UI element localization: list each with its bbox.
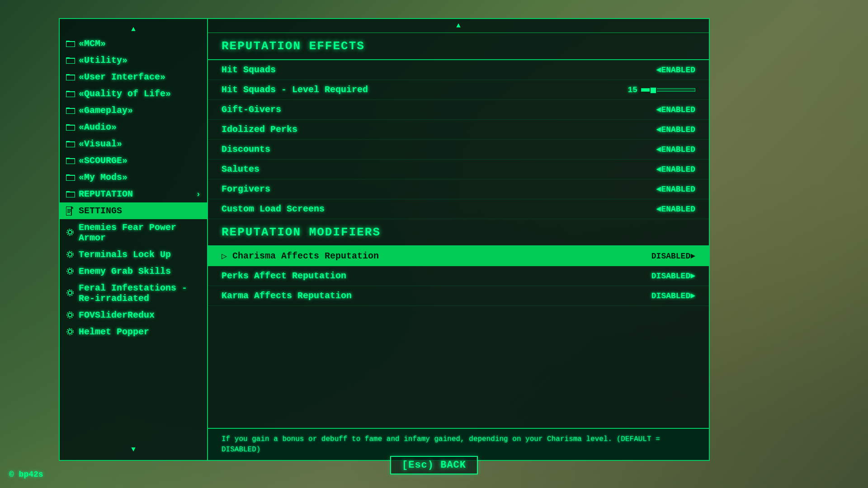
setting-value-salutes[interactable]: ◄ENABLED	[623, 165, 695, 174]
sidebar-item-enemy-grab-skills[interactable]: Enemy Grab Skills	[60, 263, 207, 280]
setting-value-perks-affect[interactable]: DISABLED►	[623, 272, 695, 281]
back-button[interactable]: [Esc) BACK	[390, 456, 478, 474]
setting-value-idolized-perks[interactable]: ◄ENABLED	[623, 125, 695, 134]
section-header-reputation-modifiers: REPUTATION MODIFIERS	[208, 219, 709, 246]
sidebar-item-label-enemy-grab-skills: Enemy Grab Skills	[79, 266, 171, 277]
sidebar-item-visual[interactable]: «Visual»	[60, 136, 207, 152]
gear-icon	[66, 228, 75, 237]
panel-content: REPUTATION EFFECTSHit Squads◄ENABLEDHit …	[208, 33, 709, 428]
sidebar-arrow-reputation: ›	[196, 190, 201, 199]
sidebar-item-label-settings: SETTINGS	[79, 206, 122, 216]
sidebar-item-label-user-interface: «User Interface»	[79, 72, 165, 82]
folder-icon	[66, 89, 75, 99]
sidebar-item-enemies-fear[interactable]: Enemies Fear Power Armor	[60, 219, 207, 246]
sidebar-item-my-mods[interactable]: «My Mods»	[60, 169, 207, 186]
sidebar-item-label-helmet-popper: Helmet Popper	[79, 327, 149, 337]
setting-value-karma-affects[interactable]: DISABLED►	[623, 291, 695, 300]
setting-label-forgivers: Forgivers	[222, 184, 623, 194]
sidebar-item-gameplay[interactable]: «Gameplay»	[60, 102, 207, 119]
setting-row-hit-squads[interactable]: Hit Squads◄ENABLED	[208, 60, 709, 80]
setting-row-idolized-perks[interactable]: Idolized Perks◄ENABLED	[208, 120, 709, 140]
sidebar-item-helmet-popper[interactable]: Helmet Popper	[60, 324, 207, 340]
sidebar-item-label-fov-slider-redux: FOVSliderRedux	[79, 310, 155, 320]
sidebar-item-settings[interactable]: SETTINGS	[60, 202, 207, 219]
sidebar-item-label-scourge: «SCOURGE»	[79, 155, 127, 166]
svg-point-20	[68, 291, 72, 295]
svg-point-22	[68, 313, 72, 317]
sidebar-item-label-visual: «Visual»	[79, 139, 122, 149]
slider-thumb-hit-squads-level	[650, 87, 657, 94]
cursor-arrow-charisma-affects: ▷	[222, 250, 227, 262]
setting-row-custom-load-screens[interactable]: Custom Load Screens◄ENABLED	[208, 199, 709, 219]
sidebar-item-label-my-mods: «My Mods»	[79, 172, 127, 183]
sidebar-item-audio[interactable]: «Audio»	[60, 119, 207, 136]
folder-icon	[66, 173, 75, 182]
back-button-wrap: [Esc) BACK	[390, 456, 478, 474]
folder-icon	[66, 39, 75, 48]
svg-point-18	[68, 269, 72, 273]
sidebar-item-mcm[interactable]: «MCM»	[60, 35, 207, 52]
svg-rect-6	[66, 142, 75, 147]
folder-icon	[66, 190, 75, 199]
setting-value-custom-load-screens[interactable]: ◄ENABLED	[623, 205, 695, 214]
gear-icon	[66, 250, 75, 259]
setting-label-discounts: Discounts	[222, 144, 623, 155]
gear-icon	[66, 311, 75, 320]
folder-icon	[66, 56, 75, 65]
svg-point-16	[68, 253, 72, 256]
setting-value-charisma-affects[interactable]: DISABLED►	[623, 252, 695, 261]
svg-point-14	[68, 230, 72, 234]
setting-value-discounts[interactable]: ◄ENABLED	[623, 145, 695, 154]
page-icon	[66, 206, 75, 216]
sidebar-item-terminals-lock-up[interactable]: Terminals Lock Up	[60, 246, 207, 263]
slider-track-hit-squads-level[interactable]	[641, 88, 695, 92]
sidebar-item-utility[interactable]: «Utility»	[60, 52, 207, 69]
setting-row-perks-affect[interactable]: Perks Affect ReputationDISABLED►	[208, 266, 709, 286]
sidebar-item-scourge[interactable]: «SCOURGE»	[60, 152, 207, 169]
svg-rect-9	[66, 192, 75, 197]
setting-row-salutes[interactable]: Salutes◄ENABLED	[208, 160, 709, 179]
sidebar-item-fov-slider-redux[interactable]: FOVSliderRedux	[60, 307, 207, 324]
svg-rect-5	[66, 125, 75, 131]
sidebar-item-reputation[interactable]: REPUTATION›	[60, 186, 207, 202]
sidebar-item-label-gameplay: «Gameplay»	[79, 105, 133, 116]
sidebar-item-label-reputation: REPUTATION	[79, 189, 133, 199]
sidebar-item-label-terminals-lock-up: Terminals Lock Up	[79, 249, 171, 260]
setting-row-discounts[interactable]: Discounts◄ENABLED	[208, 140, 709, 160]
sidebar: ▲ «MCM»«Utility»«User Interface»«Quality…	[59, 18, 208, 461]
setting-label-hit-squads: Hit Squads	[222, 65, 623, 75]
slider-num-hit-squads-level: 15	[627, 85, 637, 94]
sections-container: REPUTATION EFFECTSHit Squads◄ENABLEDHit …	[208, 33, 709, 306]
sidebar-item-user-interface[interactable]: «User Interface»	[60, 69, 207, 85]
setting-row-charisma-affects[interactable]: ▷Charisma Affects ReputationDISABLED►	[208, 246, 709, 266]
folder-icon	[66, 156, 75, 165]
sidebar-item-quality-of-life[interactable]: «Quality of Life»	[60, 85, 207, 102]
sidebar-scroll-down[interactable]: ▼	[60, 444, 207, 455]
folder-icon	[66, 123, 75, 132]
setting-row-forgivers[interactable]: Forgivers◄ENABLED	[208, 179, 709, 199]
sidebar-items-container: «MCM»«Utility»«User Interface»«Quality o…	[60, 35, 207, 340]
svg-rect-0	[66, 42, 75, 47]
svg-rect-1	[66, 58, 75, 64]
setting-row-gift-givers[interactable]: Gift-Givers◄ENABLED	[208, 100, 709, 120]
panel-scroll-up[interactable]: ▲	[208, 19, 709, 33]
setting-row-karma-affects[interactable]: Karma Affects ReputationDISABLED►	[208, 286, 709, 306]
setting-label-gift-givers: Gift-Givers	[222, 104, 623, 115]
sidebar-scroll-up[interactable]: ▲	[60, 23, 207, 35]
setting-label-charisma-affects: Charisma Affects Reputation	[232, 251, 623, 261]
sidebar-item-feral-infestations[interactable]: Feral Infestations - Re-irradiated	[60, 280, 207, 307]
setting-value-gift-givers[interactable]: ◄ENABLED	[623, 105, 695, 114]
slider-hit-squads-level[interactable]: 15	[605, 85, 695, 94]
sidebar-item-label-mcm: «MCM»	[79, 38, 106, 49]
folder-icon	[66, 106, 75, 115]
setting-label-hit-squads-level: Hit Squads - Level Required	[222, 84, 605, 95]
setting-value-hit-squads[interactable]: ◄ENABLED	[623, 66, 695, 75]
slider-fill-hit-squads-level	[642, 89, 650, 91]
setting-value-forgivers[interactable]: ◄ENABLED	[623, 185, 695, 194]
ui-container: ▲ «MCM»«Utility»«User Interface»«Quality…	[59, 18, 710, 461]
gear-icon	[66, 289, 75, 298]
sidebar-item-label-feral-infestations: Feral Infestations - Re-irradiated	[79, 283, 201, 304]
setting-label-salutes: Salutes	[222, 164, 623, 174]
setting-row-hit-squads-level[interactable]: Hit Squads - Level Required15	[208, 80, 709, 100]
sidebar-item-label-utility: «Utility»	[79, 55, 127, 66]
